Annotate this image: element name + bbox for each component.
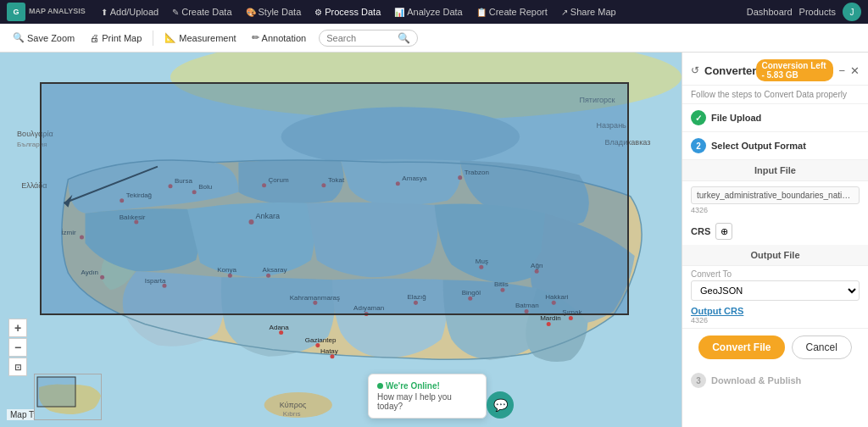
nav-process-data[interactable]: ⚙ Process Data <box>309 5 386 19</box>
input-crs-code: 4326 <box>691 206 860 214</box>
report-icon: 📋 <box>476 8 487 17</box>
panel-title: Converter <box>704 64 756 77</box>
chat-widget: We're Online! How may I help you today? <box>368 374 487 419</box>
svg-point-41 <box>479 265 483 269</box>
action-buttons: Convert File Cancel <box>682 328 868 366</box>
svg-text:Adıyaman: Adıyaman <box>353 304 384 312</box>
zoom-out-button[interactable]: − <box>8 338 27 357</box>
svg-text:Balıkesir: Balıkesir <box>120 214 146 221</box>
svg-point-47 <box>547 322 551 326</box>
create-icon: ✎ <box>172 8 179 17</box>
svg-text:Amasya: Amasya <box>402 175 427 182</box>
convert-file-button[interactable]: Convert File <box>698 336 784 359</box>
print-map-button[interactable]: 🖨 Print Map <box>84 30 147 46</box>
svg-point-17 <box>192 190 197 194</box>
svg-point-37 <box>468 297 472 301</box>
svg-text:Mardin: Mardin <box>540 314 561 322</box>
main-content: Ankara Bursa Tekirdağ Trabzon Amasya Tok… <box>0 53 868 427</box>
step-1-circle: ✓ <box>691 110 706 125</box>
map-zoom-controls: + − ⊡ <box>8 319 27 376</box>
zoom-extent-button[interactable]: ⊡ <box>8 358 27 376</box>
output-crs-link[interactable]: Output CRS <box>691 306 860 316</box>
user-avatar[interactable]: J <box>843 3 861 21</box>
panel-header: ↺ Converter Conversion Left - 5.83 GB − … <box>682 53 868 86</box>
svg-point-3 <box>248 219 253 225</box>
nav-create-data[interactable]: ✎ Create Data <box>167 5 236 19</box>
nav-analyze-data[interactable]: 📊 Analyze Data <box>389 5 467 19</box>
nav-create-report[interactable]: 📋 Create Report <box>471 5 553 19</box>
share-icon: ↗ <box>561 8 568 17</box>
measurement-icon: 📐 <box>164 32 176 43</box>
step-3-label: Download & Publish <box>711 375 801 385</box>
save-zoom-icon: 🔍 <box>13 32 25 43</box>
svg-text:Çorum: Çorum <box>269 176 289 184</box>
svg-text:България: България <box>17 141 47 148</box>
svg-text:Kahramanmaraş: Kahramanmaraş <box>290 294 340 302</box>
svg-text:Şırnak: Şırnak <box>562 308 582 316</box>
svg-rect-71 <box>37 377 75 407</box>
svg-text:Βουλγαρία: Βουλγαρία <box>17 130 53 138</box>
convert-to-select[interactable]: GeoJSON Shapefile KML CSV GeoPackage Top… <box>691 280 860 301</box>
nav-dashboard[interactable]: Dashboard <box>747 7 793 17</box>
svg-text:Muş: Muş <box>476 258 488 265</box>
svg-text:İzmir: İzmir <box>61 229 76 236</box>
nav-style-data[interactable]: 🎨 Style Data <box>241 5 307 19</box>
mini-map <box>34 374 102 420</box>
annotation-icon: ✏ <box>252 32 259 43</box>
svg-text:Tekirdağ: Tekirdağ <box>126 191 152 199</box>
svg-point-49 <box>569 316 573 320</box>
step-2-label: Select Output Format <box>711 141 806 151</box>
svg-point-27 <box>228 274 232 278</box>
chat-bubble-button[interactable]: 💬 <box>487 391 514 419</box>
toolbar: 🔍 Save Zoom 🖨 Print Map 📐 Measurement ✏ … <box>0 24 868 53</box>
svg-text:Владикавказ: Владикавказ <box>605 138 651 147</box>
save-zoom-button[interactable]: 🔍 Save Zoom <box>7 30 81 46</box>
svg-point-11 <box>396 181 400 186</box>
nav-share-map[interactable]: ↗ Share Map <box>556 5 621 19</box>
app-logo[interactable]: G MAP ANALYSIS <box>7 3 86 21</box>
input-filename-row: turkey_administrative_boundaries_nationa… <box>682 181 868 219</box>
svg-text:Adana: Adana <box>270 324 290 331</box>
svg-point-13 <box>321 183 326 187</box>
svg-point-55 <box>315 343 320 347</box>
refresh-icon: ↺ <box>691 64 699 76</box>
svg-point-53 <box>279 330 283 335</box>
zoom-in-button[interactable]: + <box>8 319 27 337</box>
map-area[interactable]: Ankara Bursa Tekirdağ Trabzon Amasya Tok… <box>0 53 682 427</box>
input-filename-display: turkey_administrative_boundaries_nationa… <box>691 186 860 204</box>
nav-add-upload[interactable]: ⬆ Add/Upload <box>96 5 164 19</box>
svg-text:Ağrı: Ağrı <box>531 262 543 269</box>
svg-text:Hakkari: Hakkari <box>545 293 568 301</box>
step-3-circle: 3 <box>691 373 706 388</box>
crs-scan-icon[interactable]: ⊕ <box>715 223 732 240</box>
step-2-circle: 2 <box>691 138 706 153</box>
cancel-button[interactable]: Cancel <box>792 336 852 359</box>
nav-products[interactable]: Products <box>799 7 836 17</box>
search-input[interactable] <box>326 33 394 43</box>
measurement-button[interactable]: 📐 Measurement <box>159 30 242 46</box>
style-icon: 🎨 <box>246 8 256 17</box>
minimize-icon[interactable]: − <box>838 64 845 77</box>
svg-text:Konya: Konya <box>217 266 236 274</box>
svg-text:Ελλάδα: Ελλάδα <box>21 181 47 190</box>
output-file-section-title: Output File <box>682 245 868 266</box>
svg-point-7 <box>120 198 124 202</box>
nav-right: Dashboard Products J <box>747 3 861 21</box>
svg-point-33 <box>364 312 369 316</box>
svg-text:Elazığ: Elazığ <box>407 293 426 301</box>
annotation-button[interactable]: ✏ Annotation <box>246 30 313 46</box>
output-crs-code: 4326 <box>691 316 860 324</box>
svg-text:Bitlis: Bitlis <box>494 280 509 288</box>
search-box: 🔍 <box>319 30 418 47</box>
close-panel-icon[interactable]: ✕ <box>850 64 860 77</box>
svg-point-21 <box>80 235 84 239</box>
top-navigation: G MAP ANALYSIS ⬆ Add/Upload ✎ Create Dat… <box>0 0 868 24</box>
step-2-item: 2 Select Output Format <box>682 132 868 160</box>
svg-text:Aydın: Aydın <box>81 269 97 276</box>
output-crs-row: Output CRS 4326 <box>682 302 868 328</box>
svg-text:Назрань: Назрань <box>597 121 627 130</box>
svg-point-15 <box>262 183 266 187</box>
svg-point-39 <box>500 288 504 292</box>
search-icon: 🔍 <box>398 32 410 44</box>
svg-text:Пятигорск: Пятигорск <box>579 96 615 104</box>
